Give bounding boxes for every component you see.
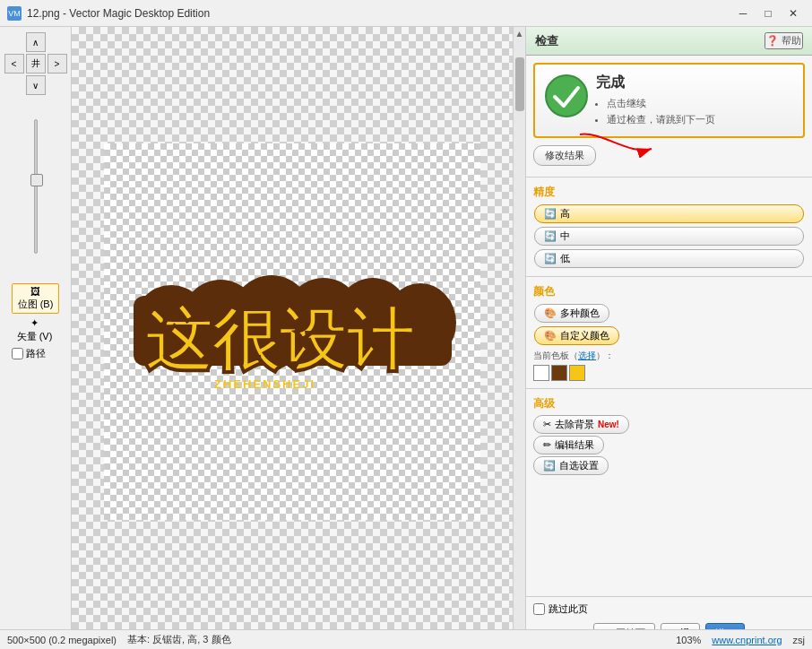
bitmap-icon: 🖼 [30, 286, 40, 297]
remove-bg-icon: ✂ [543, 419, 551, 430]
zoom-slider-container [34, 106, 38, 267]
status-zoom: 103% [676, 635, 701, 645]
custom-settings-icon: 🔄 [543, 460, 556, 472]
spiral-med-icon: 🔄 [544, 230, 557, 242]
right-panel: 检查 ❓ 帮助 完成 点击继续 通过检查，请跳到下一页 [525, 27, 812, 649]
color-title: 颜色 [533, 284, 805, 299]
current-color-label: 当前色板（选择）： [533, 350, 805, 362]
custom-settings-button[interactable]: 🔄 自选设置 [533, 456, 609, 475]
skip-page-row: 跳过此页 [533, 602, 805, 616]
bullet-2: 通过检查，请跳到下一页 [607, 112, 794, 128]
zoom-slider-track[interactable] [34, 119, 38, 254]
precision-med-button[interactable]: 🔄 中 [534, 227, 804, 246]
app-body: ∧ < 井 > ∨ 🖼 位图 (B) ✦ 矢量 (V) [0, 27, 812, 649]
skip-page-label: 跳过此页 [549, 602, 588, 616]
title-bar: VM 12.png - Vector Magic Desktop Edition… [0, 0, 812, 27]
swatch-yellow[interactable] [569, 365, 585, 381]
down-button[interactable]: ∨ [26, 75, 46, 95]
status-dimensions: 500×500 (0.2 megapixel) [7, 635, 117, 645]
panel-header: 检查 ❓ 帮助 [526, 27, 812, 56]
left-button[interactable]: < [4, 54, 24, 74]
success-box: 完成 点击继续 通过检查，请跳到下一页 [533, 63, 805, 138]
left-tools-panel: ∧ < 井 > ∨ 🖼 位图 (B) ✦ 矢量 (V) [0, 27, 72, 649]
color-select-link[interactable]: 选择 [578, 350, 596, 360]
close-button[interactable]: ✕ [782, 4, 805, 22]
bitmap-tool-button[interactable]: 🖼 位图 (B) [12, 283, 60, 314]
divider-1 [526, 177, 812, 177]
color-section: 颜色 🎨 多种颜色 🎨 自定义颜色 当前色板（选择）： [533, 284, 805, 381]
maximize-button[interactable]: □ [756, 4, 780, 22]
skip-page-checkbox[interactable] [533, 603, 545, 615]
up-button[interactable]: ∧ [26, 32, 46, 52]
help-button[interactable]: ❓ 帮助 [764, 32, 803, 49]
edit-result-button[interactable]: ✏ 编辑结果 [533, 436, 604, 454]
v-scroll-thumb[interactable] [515, 57, 524, 111]
panel-title: 检查 [535, 33, 558, 49]
canvas-scroll-container: 这很设计 ZHEHENSHEJI ◀ ▶ ▲ [72, 27, 525, 649]
advanced-title: 高级 [533, 396, 805, 411]
logo-svg: 这很设计 ZHEHENSHEJI [117, 260, 467, 403]
edit-result-icon: ✏ [543, 439, 551, 451]
status-base: 基本: 反锯齿, 高, 3 颜色 [127, 633, 231, 646]
precision-title: 精度 [533, 185, 805, 200]
path-checkbox[interactable] [12, 348, 23, 359]
multi-color-button[interactable]: 🎨 多种颜色 [534, 304, 609, 323]
precision-low-button[interactable]: 🔄 低 [534, 249, 804, 268]
canvas-content: 这很设计 ZHEHENSHEJI [72, 27, 513, 636]
svg-text:ZHEHENSHEJI: ZHEHENSHEJI [214, 377, 315, 391]
divider-3 [526, 388, 812, 389]
divider-2 [526, 276, 812, 277]
color-swatches [533, 365, 805, 381]
multi-color-icon: 🎨 [544, 307, 557, 319]
nav-tool-group: ∧ < 井 > ∨ [4, 32, 67, 95]
swatch-brown[interactable] [551, 365, 567, 381]
svg-point-9 [546, 75, 587, 117]
vertical-scrollbar[interactable]: ▲ ▼ [513, 27, 525, 649]
success-title: 完成 [596, 74, 794, 92]
center-button[interactable]: 井 [26, 54, 46, 74]
zoom-slider-thumb[interactable] [30, 174, 43, 186]
image-container: 这很设计 ZHEHENSHEJI [104, 143, 480, 520]
minimize-button[interactable]: ─ [731, 4, 755, 22]
remove-bg-button[interactable]: ✂ 去除背景 New! [533, 415, 629, 434]
spiral-high-icon: 🔄 [544, 208, 557, 220]
bullet-1: 点击继续 [607, 96, 794, 112]
scroll-up-arrow[interactable]: ▲ [514, 27, 526, 39]
check-icon [544, 74, 589, 118]
advanced-section: 高级 ✂ 去除背景 New! ✏ 编辑结果 🔄 自选设置 [533, 396, 805, 477]
status-shortcut: zsj [793, 635, 805, 645]
canvas-viewport[interactable]: 这很设计 ZHEHENSHEJI [72, 27, 513, 636]
precision-section: 精度 🔄 高 🔄 中 🔄 低 [533, 185, 805, 269]
status-link[interactable]: www.cnprint.org [712, 635, 782, 645]
success-bullets: 点击继续 通过检查，请跳到下一页 [596, 96, 794, 127]
red-arrow-icon [562, 127, 669, 163]
custom-color-icon: 🎨 [544, 330, 557, 342]
swatch-white[interactable] [533, 365, 549, 381]
window-title: 12.png - Vector Magic Desktop Edition [27, 7, 210, 20]
canvas-area: 这很设计 ZHEHENSHEJI ◀ ▶ ▲ [72, 27, 525, 649]
vector-icon: ✦ [30, 317, 39, 329]
success-text: 完成 点击继续 通过检查，请跳到下一页 [596, 74, 794, 127]
svg-text:这很设计: 这很设计 [144, 302, 414, 377]
right-button[interactable]: > [48, 54, 67, 74]
spiral-low-icon: 🔄 [544, 253, 557, 264]
new-badge: New! [598, 420, 619, 429]
precision-high-button[interactable]: 🔄 高 [534, 204, 804, 223]
path-checkbox-row: 路径 [12, 347, 46, 360]
custom-color-button[interactable]: 🎨 自定义颜色 [534, 326, 619, 345]
app-icon: VM [7, 6, 22, 21]
vector-tool-button[interactable]: ✦ 矢量 (V) [12, 316, 58, 345]
status-bar: 500×500 (0.2 megapixel) 基本: 反锯齿, 高, 3 颜色… [0, 629, 812, 649]
window-controls: ─ □ ✕ [731, 4, 805, 22]
canvas-main-column: 这很设计 ZHEHENSHEJI ◀ ▶ [72, 27, 513, 649]
